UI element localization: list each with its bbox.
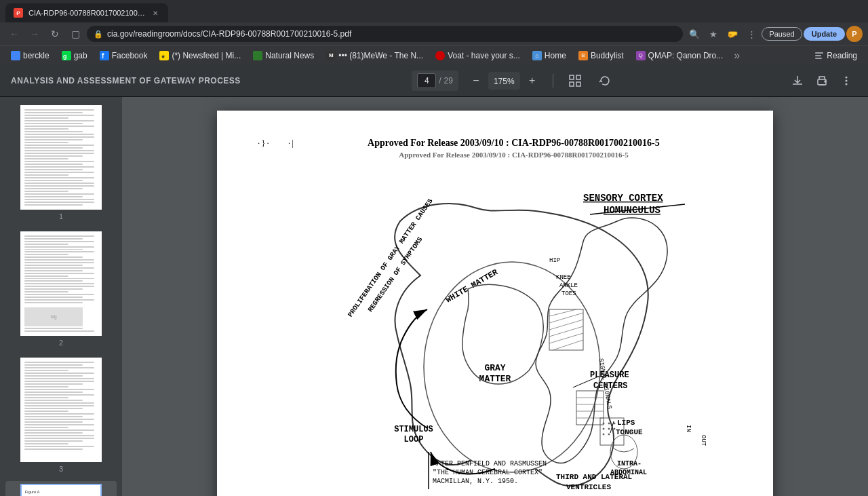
svg-text:LIPS: LIPS — [617, 419, 635, 427]
rotate-button[interactable] — [594, 70, 616, 92]
reading-list-button[interactable]: Reading — [809, 50, 863, 62]
pdf-viewer: ANALYSIS AND ASSESSMENT OF GATEWAY PROCE… — [0, 64, 868, 496]
zoom-text: 175% — [494, 77, 515, 86]
voat-label: Voat - have your s... — [448, 51, 520, 60]
tab-close-button[interactable]: ✕ — [151, 8, 160, 18]
svg-point-44 — [603, 423, 604, 424]
thumb-image-1 — [20, 105, 102, 210]
berckle-label: berckle — [23, 51, 50, 60]
address-bar[interactable]: 🔒 cia.gov/readingroom/docs/CIA-RDP96-007… — [87, 26, 683, 42]
tab-bar: P CIA-RDP96-00788R001700210016-5.pdf ✕ — [0, 0, 868, 22]
reload-button[interactable]: ↻ — [46, 25, 64, 43]
svg-rect-7 — [576, 75, 580, 79]
svg-text:Figure A: Figure A — [25, 490, 40, 494]
svg-text:★: ★ — [161, 54, 165, 60]
svg-text:"THE HUMAN CEREBRAL CORTEX": "THE HUMAN CEREBRAL CORTEX" — [433, 469, 542, 476]
svg-point-47 — [603, 428, 604, 430]
more-options-button[interactable] — [835, 70, 857, 92]
svg-text:HOMUNCULUS: HOMUNCULUS — [604, 205, 660, 216]
update-button[interactable]: Update — [804, 27, 845, 41]
profile-avatar[interactable]: P — [846, 26, 863, 42]
nav-actions: 🔍 ★ 🤛 ⋮ Paused Update P — [686, 25, 863, 43]
print-button[interactable] — [811, 70, 833, 92]
bookmark-mewe[interactable]: M ••• (81)MeWe - The N... — [321, 50, 429, 62]
toolbar-right-actions — [787, 70, 857, 92]
bookmark-gab[interactable]: g gab — [56, 50, 93, 62]
paused-button[interactable]: Paused — [762, 27, 802, 41]
bookmark-qmap[interactable]: Q QMAP: Qanon Dro... — [631, 50, 729, 62]
svg-point-51 — [608, 434, 610, 435]
berckle-favicon — [11, 51, 20, 60]
toolbar-separator — [553, 74, 553, 88]
voat-favicon — [435, 51, 445, 60]
facebook-label: Facebook — [112, 51, 148, 60]
active-tab[interactable]: P CIA-RDP96-00788R001700210016-5.pdf ✕ — [5, 3, 168, 22]
thumb-image-2: sig — [20, 231, 102, 336]
reading-list-label: Reading — [827, 51, 857, 60]
back-button[interactable]: ← — [5, 25, 23, 43]
mewe-label: ••• (81)MeWe - The N... — [338, 51, 423, 60]
pdf-toolbar: ANALYSIS AND ASSESSMENT OF GATEWAY PROCE… — [0, 64, 868, 97]
bookmark-newsfeed[interactable]: ★ (*) Newsfeed | Mi... — [154, 50, 246, 62]
page-number-display: / 29 — [412, 71, 458, 91]
zoom-controls: − 175% + — [467, 71, 542, 90]
zoom-out-button[interactable]: − — [467, 71, 486, 90]
bookmark-facebook[interactable]: f Facebook — [94, 50, 153, 62]
address-text: cia.gov/readingroom/docs/CIA-RDP96-00788… — [107, 29, 676, 39]
svg-point-50 — [603, 434, 604, 435]
svg-text:GRAY: GRAY — [484, 363, 505, 373]
svg-rect-4 — [815, 55, 821, 56]
svg-point-48 — [608, 428, 610, 430]
thumb-num-1: 1 — [59, 212, 63, 221]
svg-text:f: f — [102, 52, 104, 60]
thumbnail-page-3[interactable]: 3 — [5, 355, 117, 476]
svg-text:HIP: HIP — [549, 257, 560, 264]
thumbnail-page-1[interactable]: 1 — [5, 102, 117, 223]
fit-page-button[interactable] — [564, 70, 586, 92]
svg-text:STIMULUS: STIMULUS — [394, 425, 433, 434]
thumbnail-panel: 1 sig — [0, 97, 122, 496]
svg-text:KNEE: KNEE — [556, 274, 571, 281]
search-icon[interactable]: 🔍 — [686, 25, 703, 43]
facebook-favicon: f — [100, 51, 109, 60]
home-label: Home — [545, 51, 566, 60]
thumbnail-page-2[interactable]: sig 2 — [5, 229, 117, 349]
pdf-page-area[interactable]: ·}· ·| Approved For Release 2003/09/10 :… — [122, 97, 868, 496]
page-controls: / 29 — [412, 71, 458, 91]
bookmark-buddylist[interactable]: B Buddylist — [573, 50, 629, 62]
bookmark-naturalnews[interactable]: Natural News — [248, 50, 319, 62]
svg-text:OUT: OUT — [700, 435, 707, 446]
qmap-label: QMAP: Qanon Dro... — [648, 51, 724, 60]
bookmark-berckle[interactable]: berckle — [5, 50, 55, 62]
thumbnail-page-4[interactable]: Figure A 4 — [5, 481, 117, 496]
gab-label: gab — [74, 51, 87, 60]
qmap-favicon: Q — [636, 51, 646, 60]
bookmarks-overflow-button[interactable]: » — [730, 48, 744, 63]
mewe-favicon: M — [326, 51, 336, 60]
more-tools-icon[interactable]: ⋮ — [743, 25, 760, 43]
svg-text:MACMILLAN, N.Y. 1950.: MACMILLAN, N.Y. 1950. — [433, 478, 518, 485]
page-number-input[interactable] — [417, 73, 436, 88]
extensions-icon[interactable]: 🤛 — [724, 25, 741, 43]
svg-point-12 — [846, 76, 848, 78]
svg-text:MATTER: MATTER — [479, 374, 511, 384]
home-button[interactable]: ▢ — [66, 25, 84, 43]
page-diagram: SENSORY CORTEX HOMUNCULUS GRAY MATTER WH… — [258, 167, 732, 496]
tab-title: CIA-RDP96-00788R001700210016-5.pdf — [28, 9, 145, 17]
naturalnews-favicon — [253, 51, 262, 60]
bookmark-voat[interactable]: Voat - have your s... — [430, 50, 526, 62]
download-button[interactable] — [787, 70, 808, 92]
gab-favicon: g — [62, 51, 71, 60]
approval-stamp: Approved For Release 2003/09/10 : CIA-RD… — [309, 138, 719, 160]
zoom-level-display[interactable]: 175% — [488, 72, 520, 90]
bookmarks-bar: berckle g gab f Facebook ★ (*) Newsfeed … — [0, 45, 868, 64]
svg-text:LOOP: LOOP — [404, 435, 424, 444]
forward-button[interactable]: → — [26, 25, 43, 43]
newsfeed-favicon: ★ — [159, 51, 169, 60]
paused-label: Paused — [769, 30, 794, 38]
bookmark-star-icon[interactable]: ★ — [705, 25, 722, 43]
zoom-in-button[interactable]: + — [523, 71, 542, 90]
bookmark-home[interactable]: ⌂ Home — [527, 50, 572, 62]
tab-favicon: P — [14, 8, 23, 18]
browser-chrome: P CIA-RDP96-00788R001700210016-5.pdf ✕ ←… — [0, 0, 868, 45]
